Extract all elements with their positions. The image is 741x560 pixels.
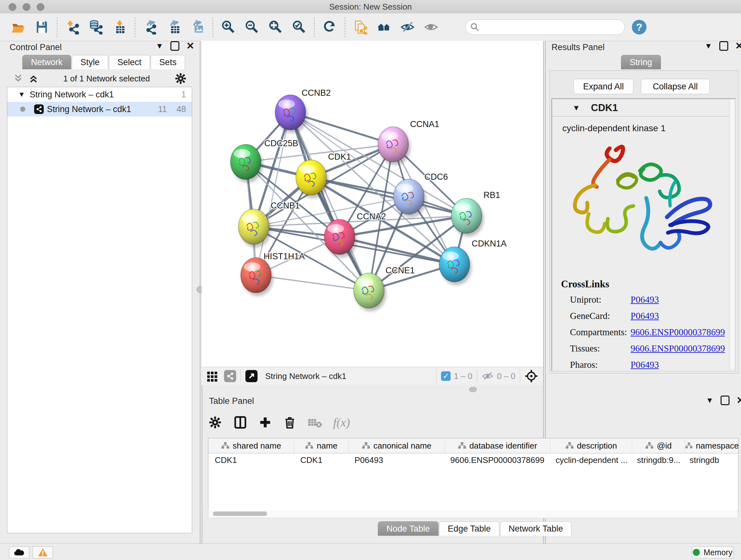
node-CCNE1[interactable]: CCNE1	[354, 266, 415, 311]
network-canvas[interactable]: CCNB2 CCNA1 CDC25B CDK1	[202, 41, 543, 367]
open-session-icon[interactable]	[8, 18, 28, 36]
close-panel-icon[interactable]: ✕	[186, 40, 194, 51]
tab-string[interactable]: String	[621, 55, 661, 69]
table-horizontal-scrollbar[interactable]	[208, 510, 738, 518]
zoom-out-icon[interactable]	[242, 18, 262, 36]
node-label-HIST1H1A: HIST1H1A	[264, 252, 305, 261]
network-type-share-icon[interactable]	[224, 370, 236, 382]
network-options-gear-icon[interactable]	[174, 72, 187, 85]
network-current-dot-icon	[20, 107, 25, 112]
crosslink-link[interactable]: P06493	[630, 311, 659, 321]
node-CCNB1[interactable]: CCNB1	[239, 201, 300, 247]
zoom-selected-icon[interactable]	[289, 18, 309, 36]
bottom-splitter-handle[interactable]	[469, 387, 477, 392]
node-HIST1H1A[interactable]: HIST1H1A	[241, 252, 305, 296]
export-image-icon[interactable]	[188, 18, 207, 36]
protein-collapse-icon[interactable]: ▼	[572, 104, 580, 112]
cloud-button[interactable]	[9, 546, 29, 558]
memory-button[interactable]: Memory	[692, 546, 733, 558]
edge-CCNB2-CCNE1[interactable]	[290, 112, 369, 291]
tab-edge-table[interactable]: Edge Table	[439, 521, 499, 536]
node-RB1[interactable]: RB1	[451, 190, 500, 237]
hidden-eye-icon[interactable]	[482, 371, 494, 381]
crosslink-link[interactable]: 9606.ENSP00000378699	[630, 343, 725, 354]
crosslink-row: Compartments: 9606.ENSP00000378699	[570, 327, 733, 337]
panel-menu-icon[interactable]: ▼	[156, 42, 163, 51]
table-close-icon[interactable]: ✕	[737, 395, 741, 406]
network-row[interactable]: String Network – cdk1 11 48	[7, 102, 192, 117]
table-options-gear-icon[interactable]	[208, 415, 222, 429]
export-network-icon[interactable]	[140, 18, 160, 36]
node-CDKN1A[interactable]: CDKN1A	[439, 239, 507, 285]
table-float-icon[interactable]	[721, 395, 730, 405]
crosslink-link[interactable]: 9606.ENSP00000378699	[630, 327, 725, 337]
tab-select[interactable]: Select	[109, 55, 150, 69]
column-header-name[interactable]: name	[294, 438, 349, 453]
tab-node-table[interactable]: Node Table	[378, 521, 439, 536]
show-columns-icon[interactable]	[233, 415, 248, 430]
tab-network-table[interactable]: Network Table	[500, 521, 572, 536]
export-table-icon[interactable]	[164, 18, 184, 36]
table-menu-icon[interactable]: ▼	[706, 396, 714, 405]
zoom-fit-icon[interactable]	[266, 18, 285, 36]
collection-count: 1	[181, 90, 186, 100]
column-header-canonical-name[interactable]: canonical name	[349, 438, 445, 453]
node-CDC6[interactable]: CDC6	[394, 172, 448, 217]
refresh-icon[interactable]	[320, 18, 340, 36]
help-icon[interactable]: ?	[632, 20, 647, 35]
crosslink-link[interactable]: P06493	[630, 360, 659, 370]
function-builder-icon[interactable]: f(x)	[333, 415, 350, 429]
expand-tree-icon[interactable]	[28, 74, 39, 83]
node-table[interactable]: shared namenamecanonical namedatabase id…	[208, 438, 738, 511]
column-header-shared-name[interactable]: shared name	[208, 438, 294, 453]
edge-CDK1-RB1[interactable]	[311, 178, 467, 216]
save-session-icon[interactable]	[32, 18, 52, 36]
table-cell: CDK1	[208, 453, 294, 467]
results-scrollbar[interactable]	[730, 100, 734, 369]
tab-sets[interactable]: Sets	[151, 55, 185, 69]
search-box[interactable]	[465, 19, 625, 35]
protein-structure-image	[565, 137, 715, 274]
warnings-button[interactable]	[32, 546, 53, 558]
import-table-icon[interactable]	[110, 18, 130, 36]
tab-style[interactable]: Style	[72, 55, 108, 69]
column-header-description[interactable]: description	[550, 438, 632, 453]
results-close-icon[interactable]: ✕	[735, 40, 741, 51]
open-in-window-icon[interactable]	[246, 370, 258, 382]
clone-network-icon[interactable]	[350, 18, 370, 36]
table-tabs: Node TableEdge TableNetwork Table	[378, 521, 572, 536]
results-menu-icon[interactable]: ▼	[704, 42, 712, 51]
homes-icon[interactable]	[374, 18, 394, 36]
collapse-tree-icon[interactable]	[13, 74, 23, 83]
node-CCNB2[interactable]: CCNB2	[275, 88, 331, 133]
table-row[interactable]: CDK1CDK1P064939606.ENSP00000378699cyclin…	[208, 453, 738, 467]
selected-checkbox[interactable]: ✓	[441, 371, 451, 381]
column-header-database-identifier[interactable]: database identifier	[445, 438, 550, 453]
crosslink-label: Compartments:	[570, 327, 630, 337]
edge-CCNA2-CDKN1A[interactable]	[340, 237, 455, 264]
crosslink-label: GeneCard:	[570, 311, 630, 321]
tab-network[interactable]: Network	[22, 55, 71, 69]
results-float-icon[interactable]	[719, 41, 728, 51]
eye-icon[interactable]	[421, 18, 441, 36]
float-panel-icon[interactable]	[171, 41, 179, 51]
search-input[interactable]	[480, 22, 609, 32]
scrollbar-thumb[interactable]	[213, 511, 267, 516]
add-column-icon[interactable]	[259, 416, 272, 429]
birdseye-grid-icon[interactable]	[206, 370, 218, 382]
zoom-in-icon[interactable]	[218, 18, 238, 36]
collapse-all-button[interactable]: Collapse All	[641, 79, 710, 94]
collection-expand-icon[interactable]: ▼	[18, 90, 25, 99]
protein-header-row[interactable]: ▼ CDK1	[552, 100, 730, 117]
import-network-database-icon[interactable]	[86, 18, 106, 36]
expand-all-button[interactable]: Expand All	[574, 79, 633, 94]
fit-crosshair-icon[interactable]	[525, 369, 538, 383]
column-header-namespace[interactable]: namespace	[685, 438, 739, 453]
column-header-id[interactable]: @id	[632, 438, 685, 453]
crosslink-link[interactable]: P06493	[630, 294, 659, 305]
delete-table-icon[interactable]	[308, 416, 322, 429]
eye-slash-icon[interactable]	[398, 18, 417, 36]
network-collection-row[interactable]: ▼ String Network – cdk1 1	[7, 87, 192, 102]
delete-column-icon[interactable]	[283, 415, 297, 429]
import-network-icon[interactable]	[63, 18, 82, 36]
